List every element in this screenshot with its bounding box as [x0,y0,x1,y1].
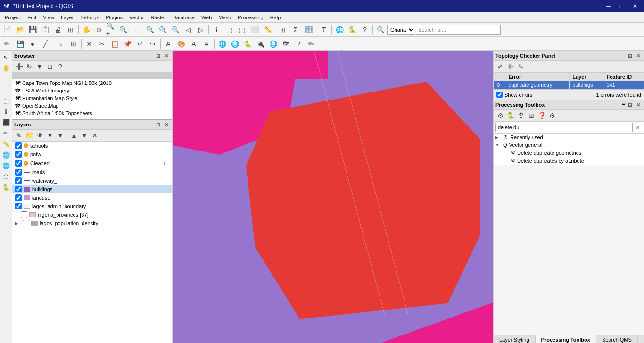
menu-raster[interactable]: Raster [148,14,168,21]
print-button[interactable]: 🖨 [52,24,64,35]
zoom-box-v[interactable]: ⬚ [1,95,11,106]
compose-button[interactable]: ⊞ [65,24,77,35]
pan-tool-v[interactable]: ✋ [1,63,11,73]
browser-refresh[interactable]: ↻ [25,62,34,71]
edit-toggle[interactable]: ✏ [1,38,13,50]
processing-delete-dup-attr[interactable]: ⚙ Delete duplicates by attribute [494,157,644,165]
layer-lagos-pop-checkbox[interactable] [23,220,29,226]
qgis-server[interactable]: 🌐 [216,38,228,50]
browser-item-southafrica[interactable]: 🗺 South Africa 1:50k Toposheets [12,109,172,117]
processing-float-button[interactable]: ⊟ [626,101,634,109]
processing-history-button[interactable]: ⏱ [516,111,526,120]
menu-plugins[interactable]: Plugins [103,14,125,21]
tab-layer-styling[interactable]: Layer Styling [494,335,536,343]
select-button[interactable]: ⬚ [223,24,235,35]
layer-pofw[interactable]: pofw [12,150,172,159]
layer-waterway-checkbox[interactable] [15,177,22,184]
measure-button[interactable]: 📏 [261,24,273,35]
processing-run-button[interactable]: ⚙ [495,111,505,120]
vertex-tool[interactable]: ⬦ [55,38,67,50]
processing-help2-button[interactable]: ⚙ [547,111,557,120]
map-tips-layer[interactable]: ▼ [56,131,65,140]
layer-waterway[interactable]: waterway_ [12,176,172,185]
recently-used-expand[interactable] [495,135,501,140]
plugin-manager[interactable]: 🔌 [254,38,266,50]
add-group[interactable]: 📁 [25,131,34,140]
globe-v[interactable]: 🌐 [1,160,11,171]
vector-general-expand[interactable] [495,143,501,147]
label-color[interactable]: 🎨 [175,38,187,50]
edit-save[interactable]: 💾 [14,38,26,50]
topology-close-button[interactable]: ✕ [635,52,642,59]
layer-buildings-checkbox[interactable] [15,186,22,192]
open-project-button[interactable]: 📂 [14,24,26,35]
layer-buildings[interactable]: buildings [12,185,172,193]
browser-close-float[interactable]: ⊟ [154,52,162,59]
browser-item-capetown[interactable]: 🗺 Cape Town Topo Map NGI 1:50k (2010 [12,79,172,87]
processing-search-input[interactable] [495,123,633,132]
tab-search-qms[interactable]: Search QMS [596,335,638,343]
browser-add-layer[interactable]: ➕ [14,62,24,71]
zoom-out-v[interactable]: − [1,84,11,95]
open-table-button[interactable]: ⊞ [277,24,289,35]
undo-button[interactable]: ↩ [134,38,146,50]
menu-processing[interactable]: Processing [235,14,266,21]
topology-row-0[interactable]: 0 duplicate geometry buildings 141 [494,81,644,89]
layer-nigeria-provinces-checkbox[interactable] [21,211,27,218]
delete-selected[interactable]: ✕ [83,38,95,50]
stats-button[interactable]: Σ [289,24,302,35]
topology-run-button[interactable]: ✔ [495,62,505,71]
menu-settings[interactable]: Settings [77,14,102,21]
new-project-button[interactable]: 📄 [1,24,13,35]
pan-tool[interactable]: ✋ [80,24,92,35]
map-tips[interactable]: 🗺 [280,38,292,50]
menu-layer[interactable]: Layer [58,14,77,21]
processing-results-button[interactable]: ⊞ [527,111,536,120]
python-button[interactable]: 🐍 [346,24,358,35]
py-editor[interactable]: 🐍 [241,38,254,50]
map3d-v[interactable]: ⬡ [1,171,11,182]
tab-processing-toolbox[interactable]: Processing Toolbox [536,335,596,343]
label-tool[interactable]: A [162,38,174,50]
remove-layer[interactable]: ✕ [90,131,99,140]
layer-lagos-admin-checkbox[interactable] [15,203,22,209]
layer-schools-checkbox[interactable] [15,142,22,149]
copy-features[interactable]: 📋 [108,38,121,50]
redo-button[interactable]: ↪ [147,38,159,50]
maximize-button[interactable]: □ [617,3,626,9]
menu-database[interactable]: Database [170,14,198,21]
browser-help[interactable]: ? [56,62,65,71]
topology-configure-button[interactable]: ⚙ [506,62,515,71]
layer-landuse-checkbox[interactable] [15,194,22,201]
location-selector[interactable]: Ghana [387,25,415,35]
menu-project[interactable]: Project [2,14,24,21]
label-move[interactable]: A [200,38,213,50]
menu-web[interactable]: Web [198,14,215,21]
select-v[interactable]: ⬛ [1,117,11,127]
layer-lagos-pop-expand[interactable] [15,221,21,226]
zoom-last[interactable]: ◁ [182,24,194,35]
layers-float-button[interactable]: ⊟ [154,121,162,128]
layer-cleaned-checkbox[interactable] [15,160,22,167]
select-by-location[interactable]: ⬚ [236,24,248,35]
calculator-button[interactable]: 🔢 [302,24,314,35]
zoom-to-layer[interactable]: 🔍 [157,24,169,35]
save-as-button[interactable]: 📋 [39,24,51,35]
zoom-rubber-band[interactable]: ⬚ [131,24,143,35]
topology-float-button[interactable]: ⊟ [626,52,634,59]
wms-v[interactable]: 🌐 [1,150,11,160]
label-button[interactable]: T [318,24,330,35]
pointer-tool[interactable]: ↖ [1,52,11,62]
topology-highlight-button[interactable]: ✎ [516,62,526,71]
browser-collapse[interactable]: ⊟ [45,62,55,71]
menu-mesh[interactable]: Mesh [215,14,234,21]
help-button[interactable]: ? [359,24,371,35]
add-point[interactable]: ● [26,38,39,50]
multi-edit[interactable]: ⊞ [67,38,80,50]
minimize-button[interactable]: ─ [603,3,613,9]
globe2[interactable]: 🌐 [267,38,279,50]
help2-button[interactable]: ? [292,38,305,50]
label-preview[interactable]: A [188,38,200,50]
layer-cleaned[interactable]: Cleaned ◧ [12,159,172,168]
identify-button[interactable]: ℹ [210,24,223,35]
